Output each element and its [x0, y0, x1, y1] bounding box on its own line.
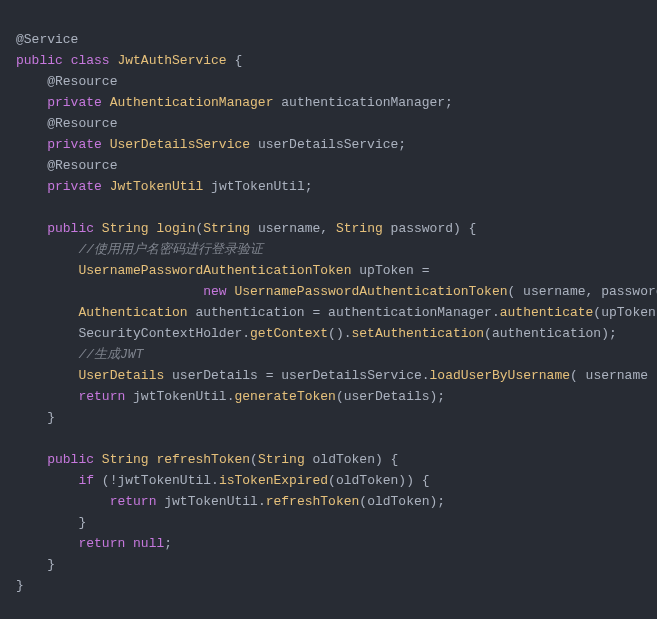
paren: ); [430, 494, 446, 509]
obj: userDetailsService [281, 368, 421, 383]
ret-type: String [102, 452, 149, 467]
semi: ; [164, 536, 172, 551]
kw-private: private [47, 179, 102, 194]
dot: . [242, 326, 250, 341]
type: UsernamePasswordAuthenticationToken [78, 263, 351, 278]
param-name: oldToken [313, 452, 375, 467]
arg: authentication [492, 326, 601, 341]
arg: oldToken [367, 494, 429, 509]
kw-public: public [16, 53, 63, 68]
obj: authenticationManager [328, 305, 492, 320]
obj: jwtTokenUtil [117, 473, 211, 488]
method-login: login [156, 221, 195, 236]
paren: )) { [398, 473, 429, 488]
annotation-resource: @Resource [47, 74, 117, 89]
param-name: password [391, 221, 453, 236]
method-call: generateToken [234, 389, 335, 404]
field-name: jwtTokenUtil [211, 179, 305, 194]
param-name: username [258, 221, 320, 236]
paren: ( [570, 368, 586, 383]
paren: ( [484, 326, 492, 341]
method-call: getContext [250, 326, 328, 341]
paren: ); [648, 368, 657, 383]
arg: password [601, 284, 657, 299]
brace: } [16, 578, 24, 593]
dot: . [492, 305, 500, 320]
paren: ( [359, 494, 367, 509]
paren: ( [593, 305, 601, 320]
ctor: UsernamePasswordAuthenticationToken [234, 284, 507, 299]
kw-private: private [47, 137, 102, 152]
type: JwtTokenUtil [110, 179, 204, 194]
obj: jwtTokenUtil [164, 494, 258, 509]
method-call: refreshToken [266, 494, 360, 509]
var-name: userDetails [172, 368, 258, 383]
var-name: authentication [195, 305, 304, 320]
paren: ( [328, 473, 336, 488]
method-call: setAuthentication [351, 326, 484, 341]
kw-new: new [203, 284, 226, 299]
brace: } [47, 557, 55, 572]
comma: , [320, 221, 336, 236]
brace: } [78, 515, 86, 530]
paren: ( [336, 389, 344, 404]
arg: oldToken [336, 473, 398, 488]
comma: , [586, 284, 602, 299]
brace: { [227, 53, 243, 68]
brace: } [47, 410, 55, 425]
dot: . [258, 494, 266, 509]
param-type: String [203, 221, 250, 236]
dot: . [422, 368, 430, 383]
paren: ); [430, 389, 446, 404]
annotation-service: @Service [16, 32, 78, 47]
kw-private: private [47, 95, 102, 110]
assign: = [422, 263, 430, 278]
method-call: loadUserByUsername [430, 368, 570, 383]
paren: ( [508, 284, 524, 299]
param-type: String [336, 221, 383, 236]
kw-class: class [71, 53, 110, 68]
annotation-resource: @Resource [47, 158, 117, 173]
obj: SecurityContextHolder [78, 326, 242, 341]
dot: . [211, 473, 219, 488]
kw-public: public [47, 452, 94, 467]
paren: ) { [375, 452, 398, 467]
kw-return: return [110, 494, 157, 509]
comment: //生成JWT [78, 347, 143, 362]
paren: (). [328, 326, 351, 341]
paren: ( [250, 452, 258, 467]
paren: (! [102, 473, 118, 488]
paren: ); [601, 326, 617, 341]
arg: upToken [601, 305, 656, 320]
type: AuthenticationManager [110, 95, 274, 110]
arg: userDetails [344, 389, 430, 404]
kw-public: public [47, 221, 94, 236]
field-name: authenticationManager [281, 95, 445, 110]
ret-type: String [102, 221, 149, 236]
kw-null: null [133, 536, 164, 551]
comment: //使用用户名密码进行登录验证 [78, 242, 263, 257]
method-call: authenticate [500, 305, 594, 320]
arg: username [523, 284, 585, 299]
method-call: isTokenExpired [219, 473, 328, 488]
kw-return: return [78, 389, 125, 404]
kw-if: if [78, 473, 94, 488]
obj: jwtTokenUtil [133, 389, 227, 404]
semi: ; [305, 179, 313, 194]
type: UserDetails [78, 368, 164, 383]
assign: = [266, 368, 282, 383]
semi: ; [445, 95, 453, 110]
paren: ) { [453, 221, 476, 236]
var-name: upToken [359, 263, 414, 278]
class-name: JwtAuthService [117, 53, 226, 68]
type: UserDetailsService [110, 137, 250, 152]
method-refreshtoken: refreshToken [156, 452, 250, 467]
kw-return: return [78, 536, 125, 551]
type: Authentication [78, 305, 187, 320]
semi: ; [398, 137, 406, 152]
field-name: userDetailsService [258, 137, 398, 152]
param-type: String [258, 452, 305, 467]
code-block: @Service public class JwtAuthService { @… [0, 0, 657, 604]
arg: username [586, 368, 648, 383]
assign: = [312, 305, 328, 320]
